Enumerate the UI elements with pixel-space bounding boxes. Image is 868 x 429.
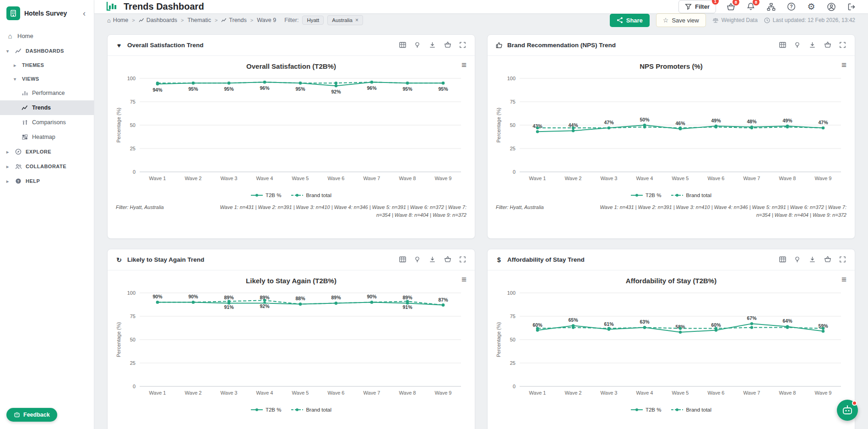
insights-button[interactable] [794, 41, 802, 50]
add-to-basket-button[interactable] [444, 41, 452, 50]
sidebar-section-dashboards[interactable]: ▾ DASHBOARDS [0, 44, 94, 58]
card-affordability: $ Affordability of Stay Trend Affordabil… [487, 249, 855, 429]
charts-grid: ♥ Overall Satisfaction Trend Overall Sat… [94, 27, 868, 429]
download-button[interactable] [429, 41, 437, 50]
comparison-bars-icon [21, 119, 28, 126]
chart-context-menu-button[interactable]: ≡ [841, 275, 846, 284]
card-header: Brand Recommendation (NPS) Trend [488, 35, 855, 56]
add-to-basket-button[interactable] [824, 256, 832, 264]
sitemap-button[interactable] [765, 1, 776, 12]
funnel-icon [685, 3, 692, 10]
svg-text:60%: 60% [711, 322, 721, 328]
help-button[interactable]: ? [786, 1, 797, 12]
filter-chip-australia[interactable]: Australia × [327, 15, 363, 25]
sidebar-section-help[interactable]: ▸ ? HELP [0, 174, 94, 188]
legend-item[interactable]: Brand total [291, 192, 331, 198]
svg-text:89%: 89% [402, 295, 412, 300]
legend-item[interactable]: T2B % [251, 407, 282, 412]
svg-text:87%: 87% [438, 297, 448, 302]
filter-chip-hyatt[interactable]: Hyatt [302, 16, 324, 25]
table-view-button[interactable] [399, 256, 407, 264]
basket-button[interactable]: 8 [725, 1, 736, 12]
table-view-button[interactable] [399, 41, 407, 50]
lightbulb-icon [414, 256, 421, 263]
svg-text:Wave 9: Wave 9 [815, 176, 832, 181]
logout-button[interactable] [846, 1, 857, 12]
legend-item[interactable]: Brand total [671, 192, 711, 198]
legend-item[interactable]: T2B % [251, 192, 282, 198]
breadcrumb-thematic[interactable]: Thematic [187, 17, 211, 23]
insights-button[interactable] [414, 41, 422, 50]
fullscreen-button[interactable] [839, 256, 847, 264]
fullscreen-button[interactable] [839, 41, 847, 50]
sidebar-item-home[interactable]: ⌂ Home [0, 28, 94, 44]
breadcrumb-dashboards[interactable]: Dashboards [139, 17, 177, 23]
fullscreen-button[interactable] [459, 256, 467, 264]
sidebar-item-themes[interactable]: ▸ THEMES [0, 58, 94, 72]
account-button[interactable] [826, 1, 837, 12]
card-title: Overall Satisfaction Trend [127, 42, 395, 49]
notifications-button[interactable]: 8 [745, 1, 756, 12]
download-button[interactable] [429, 256, 437, 264]
footnote-bases: Wave 1: n=431 | Wave 2: n=391 | Wave 3: … [590, 204, 846, 219]
expand-icon [459, 256, 466, 263]
svg-text:Wave 4: Wave 4 [256, 176, 273, 181]
legend-item[interactable]: T2B % [631, 407, 662, 412]
sidebar-collapse-button[interactable]: ‹ [80, 9, 88, 18]
svg-text:Wave 1: Wave 1 [529, 176, 546, 181]
download-button[interactable] [809, 41, 817, 50]
fullscreen-button[interactable] [459, 41, 467, 50]
settings-button[interactable]: ⚙ [806, 1, 817, 12]
chip-close-icon[interactable]: × [355, 17, 358, 23]
gear-icon: ⚙ [807, 2, 815, 11]
svg-text:49%: 49% [711, 118, 721, 123]
svg-text:100: 100 [507, 290, 515, 296]
add-to-basket-button[interactable] [824, 41, 832, 50]
breadcrumb-wave[interactable]: Wave 9 [257, 17, 276, 23]
lightbulb-icon [794, 41, 801, 49]
svg-text:Wave 1: Wave 1 [149, 176, 166, 181]
sidebar-item-trends[interactable]: Trends [0, 100, 94, 115]
insights-button[interactable] [794, 256, 802, 264]
sidebar-item-heatmap[interactable]: Heatmap [0, 130, 94, 144]
sidebar-section-label: DASHBOARDS [26, 48, 64, 54]
legend-item[interactable]: Brand total [671, 407, 711, 412]
chart-context-menu-button[interactable]: ≡ [461, 275, 467, 284]
table-view-button[interactable] [779, 41, 787, 50]
line-chart-icon [15, 48, 22, 54]
table-view-button[interactable] [779, 256, 787, 264]
add-to-basket-button[interactable] [444, 256, 452, 264]
trend-chart-svg: 0255075100Wave 1Wave 2Wave 3Wave 4Wave 5… [114, 73, 467, 188]
card-footnote: Filter: Hyatt, Australia Wave 1: n=431 |… [108, 199, 475, 219]
chart-area: NPS Promoters (%) ≡ 0255075100Wave 1Wave… [488, 56, 855, 199]
filter-button[interactable]: Filter 1 [678, 0, 716, 13]
svg-text:Wave 6: Wave 6 [328, 390, 345, 396]
breadcrumb-trends[interactable]: Trends [221, 17, 246, 23]
dollar-icon: $ [495, 256, 503, 264]
feedback-button[interactable]: Feedback [6, 408, 57, 422]
weighted-data-toggle[interactable]: Weighted Data [712, 17, 758, 23]
insights-button[interactable] [414, 256, 422, 264]
chart-context-menu-button[interactable]: ≡ [841, 60, 846, 69]
chatbot-launcher-button[interactable] [837, 400, 858, 421]
help-circle-icon: ? [15, 178, 22, 184]
save-view-button[interactable]: ☆ Save view [656, 13, 706, 27]
sidebar-item-views[interactable]: ▾ VIEWS [0, 72, 94, 86]
legend-item[interactable]: T2B % [631, 192, 662, 198]
sidebar-section-explore[interactable]: ▸ EXPLORE [0, 144, 94, 159]
weighted-data-label: Weighted Data [722, 17, 758, 23]
sidebar-item-label: Comparisons [32, 119, 66, 126]
chart-context-menu-button[interactable]: ≡ [461, 60, 467, 69]
sidebar-item-performance[interactable]: Performance [0, 86, 94, 100]
svg-text:Wave 3: Wave 3 [601, 176, 618, 181]
sidebar-section-collaborate[interactable]: ▸ COLLABORATE [0, 159, 94, 174]
breadcrumb-home[interactable]: ⌂ Home [107, 17, 128, 24]
legend-item[interactable]: Brand total [291, 407, 331, 412]
svg-text:?: ? [790, 4, 792, 9]
sidebar-item-label: Trends [32, 104, 51, 111]
svg-text:Percentage (%): Percentage (%) [496, 322, 501, 357]
svg-text:50: 50 [510, 337, 515, 342]
share-button[interactable]: Share [610, 14, 650, 27]
sidebar-item-comparisons[interactable]: Comparisons [0, 115, 94, 130]
download-button[interactable] [809, 256, 817, 264]
